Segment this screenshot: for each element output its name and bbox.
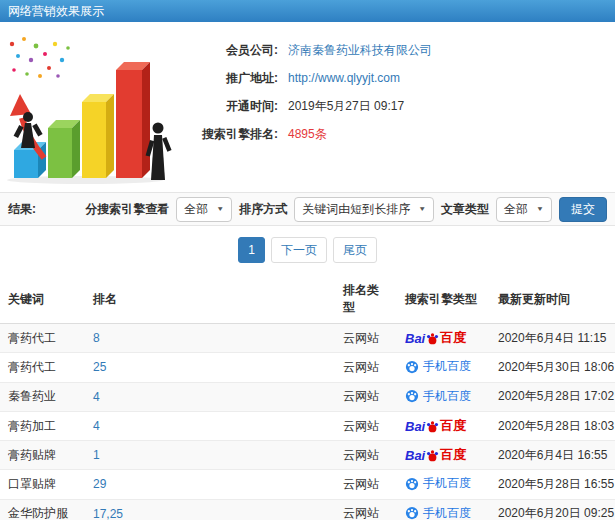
- mobile-baidu-icon: [405, 477, 419, 491]
- header-rank-type: 排名类型: [335, 275, 397, 324]
- next-page-button[interactable]: 下一页: [271, 237, 327, 263]
- engine-filter-value: 全部: [184, 201, 208, 218]
- engine-filter-label: 分搜索引擎查看: [85, 201, 169, 218]
- rank-count-label: 搜索引擎排名:: [178, 126, 278, 143]
- info-row-rank-count: 搜索引擎排名: 4895条: [178, 126, 615, 143]
- keyword-cell: 秦鲁药业: [8, 389, 56, 403]
- rank-type-cell: 云网站: [343, 506, 379, 520]
- table-row: 口罩贴牌 29 云网站 手机百度 2020年5月28日 16:55: [0, 470, 615, 500]
- update-time-cell: 2020年5月28日 17:02: [498, 389, 614, 403]
- rank-type-cell: 云网站: [343, 360, 379, 374]
- table-row: 膏药贴牌 1 云网站 Bai百度 2020年6月4日 16:55: [0, 441, 615, 470]
- bar-red: [116, 62, 150, 178]
- article-type-select[interactable]: 全部 ▼: [496, 197, 552, 222]
- table-row: 膏药代工 25 云网站 手机百度 2020年5月30日 18:06: [0, 353, 615, 383]
- info-row-open-time: 开通时间: 2019年5月27日 09:17: [178, 98, 615, 115]
- table-row: 膏药加工 4 云网站 Bai百度 2020年5月28日 18:03: [0, 412, 615, 441]
- marketing-report-page: 网络营销效果展示: [0, 0, 615, 520]
- confetti-dots: [10, 37, 70, 78]
- pagination: 1 下一页 尾页: [0, 226, 615, 275]
- update-time-cell: 2020年5月28日 16:55: [498, 477, 614, 491]
- sort-value: 关键词由短到长排序: [302, 201, 410, 218]
- info-section: 会员公司: 济南秦鲁药业科技有限公司 推广地址: http://www.qlyy…: [0, 22, 615, 192]
- rank-type-cell: 云网站: [343, 331, 379, 345]
- rank-count-value: 4895条: [288, 126, 327, 143]
- mobile-baidu-badge: 手机百度: [405, 388, 471, 405]
- url-label: 推广地址:: [178, 70, 278, 87]
- rank-link[interactable]: 1: [93, 448, 100, 462]
- mobile-baidu-badge: 手机百度: [405, 505, 471, 520]
- update-time-cell: 2020年5月30日 18:06: [498, 360, 614, 374]
- rank-type-cell: 云网站: [343, 448, 379, 462]
- table-row: 秦鲁药业 4 云网站 手机百度 2020年5月28日 17:02: [0, 382, 615, 412]
- mobile-baidu-icon: [405, 389, 419, 403]
- rank-link[interactable]: 29: [93, 477, 106, 491]
- header-rank: 排名: [85, 275, 335, 324]
- baidu-logo: Bai百度: [405, 417, 466, 435]
- rank-link[interactable]: 17,25: [93, 507, 123, 520]
- header-update-time: 最新更新时间: [490, 275, 615, 324]
- filter-bar: 结果: 分搜索引擎查看 全部 ▼ 排序方式 关键词由短到长排序 ▼ 文章类型 全…: [0, 192, 615, 226]
- keyword-cell: 膏药加工: [8, 419, 56, 433]
- keyword-cell: 膏药代工: [8, 331, 56, 345]
- info-row-url: 推广地址: http://www.qlyyjt.com: [178, 70, 615, 87]
- page-title: 网络营销效果展示: [8, 4, 104, 18]
- article-type-value: 全部: [504, 201, 528, 218]
- keyword-cell: 膏药贴牌: [8, 448, 56, 462]
- table-header-row: 关键词 排名 排名类型 搜索引擎类型 最新更新时间: [0, 275, 615, 324]
- bar-yellow: [82, 94, 114, 178]
- baidu-paw-icon: [426, 449, 439, 462]
- table-row: 膏药代工 8 云网站 Bai百度 2020年6月4日 11:15: [0, 324, 615, 353]
- baidu-logo: Bai百度: [405, 446, 466, 464]
- update-time-cell: 2020年5月28日 18:03: [498, 419, 614, 433]
- rank-type-cell: 云网站: [343, 477, 379, 491]
- keyword-cell: 金华防护服: [8, 506, 68, 520]
- sort-label: 排序方式: [239, 201, 287, 218]
- last-page-button[interactable]: 尾页: [333, 237, 377, 263]
- mobile-baidu-badge: 手机百度: [405, 358, 471, 375]
- header-keyword: 关键词: [0, 275, 85, 324]
- mobile-baidu-icon: [405, 506, 419, 520]
- rank-link[interactable]: 25: [93, 360, 106, 374]
- chevron-down-icon: ▼: [418, 205, 426, 212]
- mobile-baidu-icon: [405, 360, 419, 374]
- rank-type-cell: 云网站: [343, 389, 379, 403]
- rank-link[interactable]: 8: [93, 331, 100, 345]
- update-time-cell: 2020年6月4日 16:55: [498, 448, 607, 462]
- growth-chart-illustration: [0, 30, 178, 186]
- open-time-value: 2019年5月27日 09:17: [288, 98, 404, 115]
- mobile-baidu-badge: 手机百度: [405, 475, 471, 492]
- article-type-label: 文章类型: [441, 201, 489, 218]
- open-time-label: 开通时间:: [178, 98, 278, 115]
- chevron-down-icon: ▼: [216, 205, 224, 212]
- baidu-logo: Bai百度: [405, 329, 466, 347]
- company-label: 会员公司:: [178, 42, 278, 59]
- filter-controls: 分搜索引擎查看 全部 ▼ 排序方式 关键词由短到长排序 ▼ 文章类型 全部 ▼ …: [85, 197, 607, 222]
- keyword-cell: 膏药代工: [8, 360, 56, 374]
- promo-url-link[interactable]: http://www.qlyyjt.com: [288, 70, 400, 87]
- sort-select[interactable]: 关键词由短到长排序 ▼: [294, 197, 434, 222]
- engine-filter-select[interactable]: 全部 ▼: [176, 197, 232, 222]
- chevron-down-icon: ▼: [536, 205, 544, 212]
- rank-type-cell: 云网站: [343, 419, 379, 433]
- info-row-company: 会员公司: 济南秦鲁药业科技有限公司: [178, 42, 615, 59]
- company-link[interactable]: 济南秦鲁药业科技有限公司: [288, 42, 432, 59]
- keyword-cell: 口罩贴牌: [8, 477, 56, 491]
- update-time-cell: 2020年6月4日 11:15: [498, 331, 607, 345]
- rank-link[interactable]: 4: [93, 390, 100, 404]
- baidu-paw-icon: [426, 332, 439, 345]
- titlebar: 网络营销效果展示: [0, 0, 615, 22]
- table-row: 金华防护服 17,25 云网站 手机百度 2020年6月20日 09:25: [0, 499, 615, 520]
- baidu-paw-icon: [426, 420, 439, 433]
- result-label: 结果:: [8, 201, 36, 218]
- submit-button[interactable]: 提交: [559, 197, 607, 222]
- header-engine-type: 搜索引擎类型: [397, 275, 490, 324]
- bar-green: [48, 120, 80, 178]
- page-button-1[interactable]: 1: [238, 237, 265, 263]
- member-info: 会员公司: 济南秦鲁药业科技有限公司 推广地址: http://www.qlyy…: [178, 30, 615, 186]
- rank-link[interactable]: 4: [93, 419, 100, 433]
- update-time-cell: 2020年6月20日 09:25: [498, 506, 614, 520]
- results-table: 关键词 排名 排名类型 搜索引擎类型 最新更新时间 膏药代工 8 云网站 Bai…: [0, 275, 615, 520]
